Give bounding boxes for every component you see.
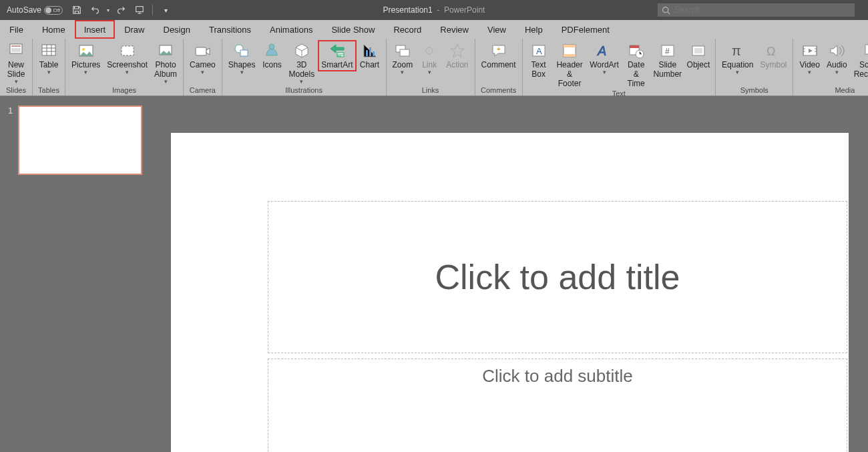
- icons-button[interactable]: Icons: [258, 40, 285, 71]
- chevron-down-icon: ▾: [164, 79, 168, 84]
- audio-button[interactable]: Audio▾: [823, 40, 851, 76]
- group-text: A Text Box Header & Footer A WordArt▾ Da…: [523, 39, 716, 95]
- new-slide-button[interactable]: New Slide▾: [3, 40, 29, 85]
- tab-insert[interactable]: Insert: [75, 20, 116, 39]
- label: Chart: [360, 61, 379, 70]
- svg-rect-3: [11, 45, 21, 47]
- comment-icon: +: [489, 41, 508, 60]
- tab-record[interactable]: Record: [384, 20, 431, 39]
- equation-button[interactable]: π Equation▾: [718, 40, 756, 76]
- svg-rect-5: [42, 45, 55, 55]
- 3d-models-button[interactable]: 3D Models▾: [285, 40, 318, 85]
- screen-recording-button[interactable]: Screen Recording: [851, 40, 868, 81]
- from-beginning-button[interactable]: [132, 3, 147, 17]
- new-slide-icon: [7, 41, 25, 60]
- group-label: Tables: [35, 86, 62, 95]
- label: Action: [446, 61, 468, 70]
- svg-rect-15: [366, 50, 368, 56]
- zoom-button[interactable]: Zoom▾: [389, 40, 417, 76]
- chevron-down-icon: ▾: [808, 70, 811, 75]
- pictures-button[interactable]: Pictures▾: [68, 40, 103, 76]
- group-tables: Table▾ Tables: [33, 39, 65, 95]
- screenshot-button[interactable]: Screenshot▾: [103, 40, 151, 76]
- symbol-button[interactable]: Ω Symbol: [756, 40, 790, 71]
- icons-icon: [262, 41, 281, 60]
- search-input[interactable]: [674, 5, 851, 15]
- chevron-down-icon: ▾: [164, 7, 168, 14]
- chevron-down-icon: ▾: [47, 70, 51, 75]
- chevron-down-icon: ▾: [603, 70, 606, 75]
- object-button[interactable]: Object: [684, 40, 712, 71]
- group-camera: Cameo▾ Camera: [184, 39, 222, 95]
- group-links: Zoom▾ Link▾ Action Links: [387, 39, 475, 95]
- tab-home[interactable]: Home: [33, 20, 75, 39]
- tab-view[interactable]: View: [478, 20, 515, 39]
- thumbnail-panel[interactable]: 1: [0, 96, 160, 452]
- tab-draw[interactable]: Draw: [115, 20, 154, 39]
- comment-button[interactable]: + Comment: [478, 40, 519, 71]
- tab-design[interactable]: Design: [154, 20, 200, 39]
- text-box-button[interactable]: A Text Box: [525, 40, 552, 81]
- tab-slideshow[interactable]: Slide Show: [322, 20, 384, 39]
- tab-help[interactable]: Help: [515, 20, 552, 39]
- ribbon-tabs: File Home Insert Draw Design Transitions…: [0, 20, 868, 39]
- slide-number-button[interactable]: # Slide Number: [651, 40, 684, 81]
- label: Header & Footer: [556, 61, 584, 88]
- slide-number-icon: #: [658, 41, 677, 60]
- chart-icon: [361, 41, 379, 60]
- cameo-icon: [193, 41, 212, 60]
- slide-canvas[interactable]: Click to add title Click to add subtitle: [171, 133, 849, 452]
- group-media: Video▾ Audio▾ Screen Recording Media: [793, 39, 868, 95]
- svg-text:+: +: [497, 45, 501, 53]
- smartart-icon: [328, 41, 347, 60]
- slide-editor[interactable]: Click to add title Click to add subtitle: [160, 96, 868, 452]
- table-button[interactable]: Table▾: [35, 40, 62, 76]
- svg-text:#: #: [665, 47, 670, 56]
- window-title: Presentation1 - PowerPoint: [383, 5, 485, 15]
- svg-rect-12: [240, 50, 248, 56]
- label: Object: [687, 61, 710, 70]
- chevron-down-icon: ▾: [736, 70, 739, 75]
- action-button[interactable]: Action: [443, 40, 471, 71]
- group-label: Comments: [478, 86, 519, 95]
- redo-button[interactable]: [114, 3, 128, 17]
- video-button[interactable]: Video▾: [796, 40, 823, 76]
- tab-animations[interactable]: Animations: [260, 20, 322, 39]
- tab-file[interactable]: File: [0, 20, 33, 39]
- slide-thumbnail-1[interactable]: 1: [8, 105, 152, 175]
- group-label: Slides: [3, 86, 29, 95]
- shapes-button[interactable]: Shapes▾: [225, 40, 259, 76]
- undo-icon: [91, 5, 100, 15]
- date-time-button[interactable]: Date & Time: [622, 40, 651, 89]
- link-button[interactable]: Link▾: [416, 40, 443, 76]
- chart-button[interactable]: Chart: [357, 40, 383, 71]
- equation-icon: π: [728, 41, 747, 60]
- undo-button[interactable]: [88, 3, 103, 17]
- title-placeholder[interactable]: Click to add title: [268, 201, 847, 353]
- qat-customize-button[interactable]: ▾: [158, 3, 173, 17]
- tab-transitions[interactable]: Transitions: [200, 20, 260, 39]
- search-box[interactable]: [658, 3, 855, 17]
- title-bar: AutoSave Off ▾ ▾ Presentation1 - PowerPo…: [0, 0, 868, 20]
- thumb-preview[interactable]: [18, 105, 142, 175]
- tab-review[interactable]: Review: [431, 20, 478, 39]
- header-footer-icon: [560, 41, 579, 60]
- group-label: Symbols: [718, 86, 790, 95]
- wordart-button[interactable]: A WordArt▾: [588, 40, 622, 76]
- svg-rect-16: [369, 47, 371, 56]
- header-footer-button[interactable]: Header & Footer: [552, 40, 588, 89]
- smartart-button[interactable]: SmartArt: [318, 40, 356, 71]
- label: Text Box: [531, 61, 546, 79]
- svg-rect-25: [564, 54, 576, 57]
- svg-rect-37: [865, 45, 868, 54]
- svg-rect-28: [630, 45, 639, 48]
- subtitle-placeholder[interactable]: Click to add subtitle: [268, 359, 847, 452]
- autosave-toggle[interactable]: AutoSave Off: [4, 5, 65, 15]
- photo-album-button[interactable]: Photo Album▾: [151, 40, 180, 85]
- tab-pdfelement[interactable]: PDFelement: [552, 20, 619, 39]
- svg-rect-0: [136, 7, 144, 12]
- undo-dropdown-icon[interactable]: ▾: [107, 7, 110, 13]
- cameo-button[interactable]: Cameo▾: [186, 40, 219, 76]
- group-label: Links: [389, 86, 472, 95]
- save-button[interactable]: [69, 3, 84, 17]
